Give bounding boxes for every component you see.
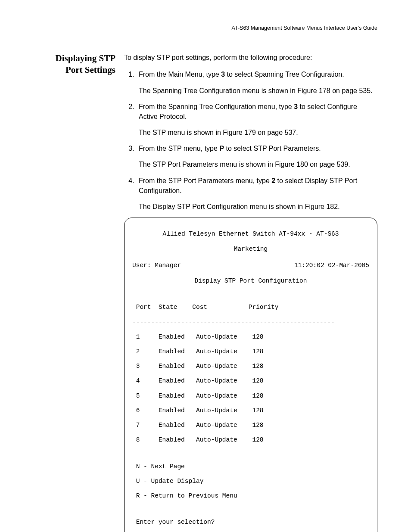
step-3-text-c: to select STP Port Parameters. [224,145,321,152]
terminal-row: 8 Enabled Auto-Update 128 [132,436,369,444]
step-3: From the STP menu, type P to select STP … [136,143,377,169]
step-2-note: The STP menu is shown in Figure 179 on p… [139,128,377,137]
step-2-key: 3 [294,103,298,110]
terminal-header-1: Allied Telesyn Ethernet Switch AT-94xx -… [132,230,369,238]
terminal-menu-item: R - Return to Previous Menu [132,492,369,500]
section-heading-line1: Displaying STP [56,53,115,63]
terminal-row: 7 Enabled Auto-Update 128 [132,422,369,429]
step-3-text-a: From the STP menu, type [139,145,219,152]
step-4: From the STP Port Parameters menu, type … [136,176,377,212]
terminal-user: User: Manager [132,262,181,269]
terminal-row: 6 Enabled Auto-Update 128 [132,407,369,414]
terminal-user-line: User: Manager11:20:02 02-Mar-2005 [132,262,369,269]
terminal-row: 1 Enabled Auto-Update 128 [132,333,369,341]
step-4-key: 2 [271,177,275,184]
step-2-text-a: From the Spanning Tree Configuration men… [139,103,294,110]
terminal-screen: Allied Telesyn Ethernet Switch AT-94xx -… [124,218,377,532]
terminal-menu-item: U - Update Display [132,478,369,485]
terminal-header-2: Marketing [132,246,369,253]
terminal-prompt: Enter your selection? [132,519,369,526]
procedure-steps: From the Main Menu, type 3 to select Spa… [124,69,377,212]
terminal-menu-item: N - Next Page [132,463,369,470]
section-heading: Displaying STP Port Settings [34,53,124,76]
terminal-divider: ----------------------------------------… [132,319,369,326]
terminal-row: 4 Enabled Auto-Update 128 [132,377,369,385]
document-page: AT-S63 Management Software Menus Interfa… [0,0,411,532]
step-3-key: P [219,145,224,152]
terminal-title: Display STP Port Configuration [132,277,369,285]
step-1-key: 3 [221,71,225,78]
running-header: AT-S63 Management Software Menus Interfa… [34,24,377,32]
step-3-note: The STP Port Parameters menu is shown in… [139,159,377,169]
content-area: Displaying STP Port Settings To display … [34,53,377,532]
step-4-text-a: From the STP Port Parameters menu, type [139,177,271,184]
step-1-text-c: to select Spanning Tree Configuration. [225,71,344,78]
terminal-row: 3 Enabled Auto-Update 128 [132,363,369,370]
terminal-row: 2 Enabled Auto-Update 128 [132,348,369,355]
intro-paragraph: To display STP port settings, perform th… [124,53,377,62]
section-heading-line2: Port Settings [65,65,115,75]
step-1: From the Main Menu, type 3 to select Spa… [136,69,377,95]
step-1-note: The Spanning Tree Configuration menu is … [139,86,377,96]
step-4-note: The Display STP Port Configuration menu … [139,202,377,212]
step-1-text-a: From the Main Menu, type [139,71,221,78]
terminal-columns: Port State Cost Priority [132,304,369,311]
step-2: From the Spanning Tree Configuration men… [136,102,377,138]
terminal-timestamp: 11:20:02 02-Mar-2005 [294,262,369,269]
terminal-row: 5 Enabled Auto-Update 128 [132,392,369,400]
main-column: To display STP port settings, perform th… [124,53,377,532]
